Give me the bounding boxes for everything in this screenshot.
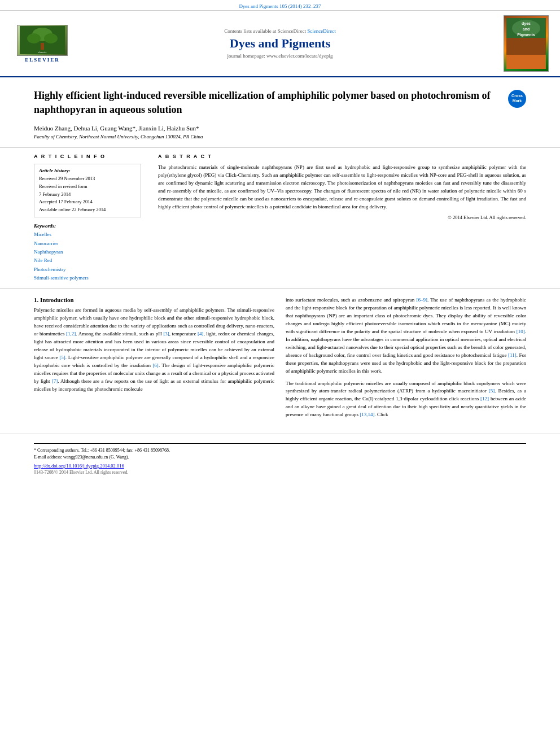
cover-art: dyes and Pigments <box>506 18 546 69</box>
history-line-1: Received 29 November 2013 <box>39 175 136 183</box>
copyright-line: © 2014 Elsevier Ltd. All rights reserved… <box>158 215 526 220</box>
top-bar: Dyes and Pigments 105 (2014) 232–237 <box>0 0 560 11</box>
journal-homepage: journal homepage: www.elsevier.com/locat… <box>73 53 487 59</box>
elsevier-logo: elsevier ELSEVIER <box>11 25 73 63</box>
main-right-column: into surfactant molecules, such as azobe… <box>286 296 526 423</box>
sciencedirect-link[interactable]: ScienceDirect <box>307 28 335 34</box>
journal-cover-image: dyes and Pigments <box>504 15 549 72</box>
article-info-header: A R T I C L E I N F O <box>34 154 141 159</box>
journal-header-center: Contents lists available at ScienceDirec… <box>73 28 487 59</box>
keywords-block: Keywords: Micelles Nanocarrier Naphthopy… <box>34 223 141 282</box>
history-line-5: Available online 22 February 2014 <box>39 206 136 214</box>
history-line-4: Accepted 17 February 2014 <box>39 198 136 206</box>
crossmark-badge: Cross Mark <box>508 90 526 108</box>
keyword-4: Nile Red <box>34 256 141 265</box>
section1-paragraph-right-2: The traditional amphiphilic polymeric mi… <box>286 380 526 420</box>
doi-anchor[interactable]: http://dx.doi.org/10.1016/j.dyepig.2014.… <box>34 463 124 469</box>
section1-paragraph-1: Polymeric micelles are formed in aqueous… <box>34 307 274 393</box>
affiliation: Faculty of Chemistry, Northeast Normal U… <box>34 134 526 139</box>
main-left-column: 1. Introduction Polymeric micelles are f… <box>34 296 274 423</box>
crossmark-icon: Cross Mark <box>509 91 525 107</box>
svg-text:Mark: Mark <box>513 99 522 103</box>
article-title-section: Highly efficient light-induced reversibl… <box>0 77 560 148</box>
keyword-5: Photochemistry <box>34 265 141 274</box>
journal-cover-section: dyes and Pigments <box>487 15 549 72</box>
abstract-column: A B S T R A C T The photochromic materia… <box>158 154 526 282</box>
svg-text:and: and <box>523 27 530 31</box>
journal-header: elsevier ELSEVIER Contents lists availab… <box>0 11 560 77</box>
authors: Meiduo Zhang, Dehua Li, Guang Wang*, Jia… <box>34 125 526 132</box>
abstract-text: The photochromic materials of single-mol… <box>158 164 526 211</box>
elsevier-logo-image: elsevier <box>17 25 68 56</box>
keyword-6: Stimuli-sensitive polymers <box>34 274 141 282</box>
svg-rect-9 <box>506 38 546 55</box>
article-title-block: Highly efficient light-induced reversibl… <box>34 89 526 117</box>
article-title-text: Highly efficient light-induced reversibl… <box>34 89 502 117</box>
keyword-2: Nanocarrier <box>34 239 141 248</box>
elsevier-tree-icon: elsevier <box>20 26 65 54</box>
abstract-header: A B S T R A C T <box>158 154 526 159</box>
article-info-column: A R T I C L E I N F O Article history: R… <box>34 154 147 282</box>
svg-rect-10 <box>506 55 546 69</box>
svg-point-2 <box>27 33 41 43</box>
info-abstract-section: A R T I C L E I N F O Article history: R… <box>0 148 560 289</box>
journal-citation: Dyes and Pigments 105 (2014) 232–237 <box>239 3 321 9</box>
elsevier-name: ELSEVIER <box>25 57 60 63</box>
svg-text:Pigments: Pigments <box>517 33 535 37</box>
article-history-block: Article history: Received 29 November 20… <box>34 164 141 217</box>
sciencedirect-line: Contents lists available at ScienceDirec… <box>73 28 487 34</box>
history-line-3: 7 February 2014 <box>39 191 136 199</box>
svg-point-3 <box>44 33 58 43</box>
history-line-2: Received in revised form <box>39 183 136 191</box>
svg-rect-4 <box>41 43 44 50</box>
svg-text:dyes: dyes <box>522 21 531 26</box>
svg-text:elsevier: elsevier <box>38 51 47 54</box>
footer-section: * Corresponding authors. Tel.: +86 431 8… <box>0 434 560 479</box>
journal-title: Dyes and Pigments <box>73 36 487 51</box>
keyword-3: Naphthopyran <box>34 248 141 256</box>
history-title: Article history: <box>39 168 136 173</box>
footnote-2: E-mail address: wangg923@nenu.edu.cn (G.… <box>34 454 526 461</box>
keyword-1: Micelles <box>34 230 141 239</box>
main-content: 1. Introduction Polymeric micelles are f… <box>0 289 560 431</box>
doi-link[interactable]: http://dx.doi.org/10.1016/j.dyepig.2014.… <box>34 463 526 469</box>
keywords-title: Keywords: <box>34 223 141 229</box>
issn-line: 0143-7208/© 2014 Elsevier Ltd. All right… <box>34 470 526 475</box>
footnote-1: * Corresponding authors. Tel.: +86 431 8… <box>34 447 526 454</box>
section1-title: 1. Introduction <box>34 296 274 303</box>
svg-text:Cross: Cross <box>511 94 523 98</box>
section1-paragraph-right-1: into surfactant molecules, such as azobe… <box>286 296 526 375</box>
footer-divider <box>34 443 526 444</box>
journal-logo-section: elsevier ELSEVIER <box>11 25 73 63</box>
